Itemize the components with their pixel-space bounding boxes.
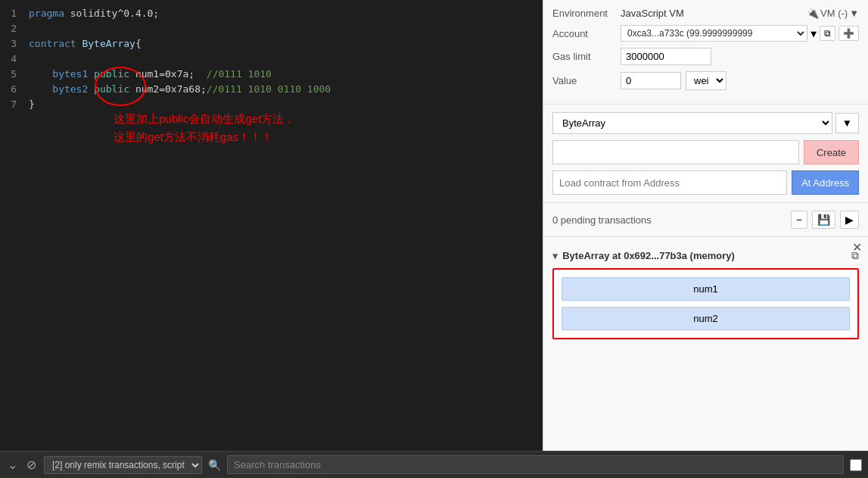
vm-chevron-icon: ▼ bbox=[849, 8, 859, 19]
search-transactions-input[interactable] bbox=[227, 455, 844, 474]
line-num-5: 5 bbox=[0, 67, 23, 82]
code-line-3: contract ByteArray{ bbox=[23, 36, 543, 52]
line-num-1: 1 bbox=[0, 6, 23, 21]
code-line-6: bytes2 public num2=0x7a68;//0111 1010 01… bbox=[23, 82, 543, 97]
line-num-4: 4 bbox=[0, 52, 23, 67]
bytes1-keyword: bytes1 bbox=[29, 68, 94, 80]
deployed-contract-title: ByteArray at 0x692...77b3a (memory) bbox=[562, 250, 735, 261]
code-content: pragma solidity^0.4.0; contract ByteArra… bbox=[23, 0, 543, 118]
close-deployed-button[interactable]: ✕ bbox=[852, 240, 862, 255]
at-address-button[interactable]: At Address bbox=[792, 170, 859, 195]
gas-limit-row: Gas limit bbox=[552, 48, 859, 65]
bottom-nav-icons: ⌄ ⊘ bbox=[6, 456, 38, 473]
account-field: 0xca3...a733c (99.9999999999 ▼ ⧉ ➕ bbox=[621, 25, 859, 42]
code-line-4 bbox=[23, 52, 543, 67]
pragma-value: solidity^0.4.0; bbox=[70, 8, 159, 19]
contract-instance-header: ▼ ByteArray at 0x692...77b3a (memory) ⧉ bbox=[552, 249, 859, 262]
code-line-1: pragma solidity^0.4.0; bbox=[23, 6, 543, 21]
save-icon-button[interactable]: 💾 bbox=[812, 211, 835, 229]
code-line-5: bytes1 public num1=0x7a; //0111 1010 bbox=[23, 67, 543, 82]
vm-dropdown-button[interactable]: 🔌 VM (-) ▼ bbox=[807, 8, 859, 19]
num2-decl: num2=0x7a68; bbox=[129, 83, 207, 95]
value-input[interactable] bbox=[621, 72, 681, 89]
annotation-line-2: 这里的get方法不消耗gas！！！ bbox=[114, 128, 295, 146]
create-button[interactable]: Create bbox=[804, 140, 859, 164]
public-keyword-1: public bbox=[94, 68, 129, 80]
contract-keyword: contract bbox=[29, 38, 82, 49]
load-row: At Address bbox=[552, 170, 859, 195]
value-label: Value bbox=[552, 75, 621, 86]
annotation-line-1: 这里加上public会自动生成get方法， bbox=[114, 110, 295, 128]
expand-icon[interactable]: ▼ bbox=[552, 251, 558, 261]
deployed-section: ✕ ▼ ByteArray at 0x692...77b3a (memory) … bbox=[543, 237, 868, 451]
chevron-down-icon-button[interactable]: ⌄ bbox=[6, 456, 19, 473]
line-num-2: 2 bbox=[0, 21, 23, 36]
gas-limit-input[interactable] bbox=[621, 48, 711, 65]
account-select[interactable]: 0xca3...a733c (99.9999999999 bbox=[621, 25, 807, 42]
deploy-row: Create bbox=[552, 140, 859, 164]
code-editor: 1 2 3 4 5 6 7 pragma solidity^0.4.0; con… bbox=[0, 0, 543, 451]
gas-limit-label: Gas limit bbox=[552, 51, 621, 62]
environment-value: JavaScript VM bbox=[621, 8, 801, 19]
ban-icon-button[interactable]: ⊘ bbox=[25, 456, 38, 473]
contract-instance: ▼ ByteArray at 0x692...77b3a (memory) ⧉ … bbox=[552, 249, 859, 339]
pending-tx-label: 0 pending transactions bbox=[552, 214, 652, 226]
search-icon: 🔍 bbox=[208, 459, 221, 471]
value-inputs: wei bbox=[621, 71, 726, 90]
minus-icon-button[interactable]: − bbox=[791, 211, 807, 229]
public-keyword-2: public bbox=[94, 83, 129, 95]
vm-label: VM (-) bbox=[820, 8, 848, 19]
filter-checkbox[interactable] bbox=[850, 459, 862, 471]
pragma-keyword: pragma bbox=[29, 8, 70, 19]
line-num-3: 3 bbox=[0, 36, 23, 52]
value-row: Value wei bbox=[552, 71, 859, 90]
line-num-7: 7 bbox=[0, 97, 23, 112]
num1-decl: num1=0x7a; bbox=[129, 68, 207, 80]
contract-type-select[interactable]: ByteArray bbox=[552, 112, 832, 134]
deploy-args-input[interactable] bbox=[552, 140, 799, 164]
deployed-functions-box: num1 num2 bbox=[552, 268, 859, 339]
plug-icon: 🔌 bbox=[807, 8, 819, 19]
add-account-button[interactable]: ➕ bbox=[838, 26, 859, 41]
environment-label: Environment bbox=[552, 8, 621, 19]
bytes2-keyword: bytes2 bbox=[29, 83, 94, 95]
tx-icon-buttons: − 💾 ▶ bbox=[791, 211, 859, 229]
num1-function-button[interactable]: num1 bbox=[562, 277, 850, 301]
account-label: Account bbox=[552, 28, 621, 39]
environment-row: Environment JavaScript VM 🔌 VM (-) ▼ bbox=[552, 8, 859, 19]
num2-function-button[interactable]: num2 bbox=[562, 307, 850, 330]
line-num-6: 6 bbox=[0, 82, 23, 97]
contract-select-arrow-button[interactable]: ▼ bbox=[835, 113, 859, 133]
main-container: 1 2 3 4 5 6 7 pragma solidity^0.4.0; con… bbox=[0, 0, 868, 451]
open-brace: { bbox=[135, 38, 142, 49]
comment-1: //0111 1010 bbox=[207, 68, 272, 80]
line-numbers: 1 2 3 4 5 6 7 bbox=[0, 0, 23, 118]
bottom-bar: ⌄ ⊘ [2] only remix transactions, script … bbox=[0, 451, 868, 478]
contract-name: ByteArray bbox=[82, 38, 135, 49]
annotation-text: 这里加上public会自动生成get方法， 这里的get方法不消耗gas！！！ bbox=[114, 110, 295, 146]
account-row: Account 0xca3...a733c (99.9999999999 ▼ ⧉… bbox=[552, 25, 859, 42]
remix-panel: Environment JavaScript VM 🔌 VM (-) ▼ Acc… bbox=[543, 0, 868, 451]
code-lines: 1 2 3 4 5 6 7 pragma solidity^0.4.0; con… bbox=[0, 0, 543, 118]
play-icon-button[interactable]: ▶ bbox=[840, 211, 859, 229]
account-chevron: ▼ bbox=[810, 28, 817, 39]
deploy-section: ByteArray ▼ Create At Address bbox=[543, 105, 868, 203]
transaction-filter-select[interactable]: [2] only remix transactions, script bbox=[44, 456, 202, 474]
settings-section: Environment JavaScript VM 🔌 VM (-) ▼ Acc… bbox=[543, 0, 868, 105]
load-address-input[interactable] bbox=[552, 170, 787, 195]
contract-select-row: ByteArray ▼ bbox=[552, 112, 859, 134]
copy-account-button[interactable]: ⧉ bbox=[820, 26, 835, 41]
comment-2: //0111 1010 0110 1000 bbox=[207, 83, 331, 95]
pending-tx-section: 0 pending transactions − 💾 ▶ bbox=[543, 203, 868, 237]
wei-select[interactable]: wei bbox=[686, 71, 726, 90]
code-line-2 bbox=[23, 21, 543, 36]
